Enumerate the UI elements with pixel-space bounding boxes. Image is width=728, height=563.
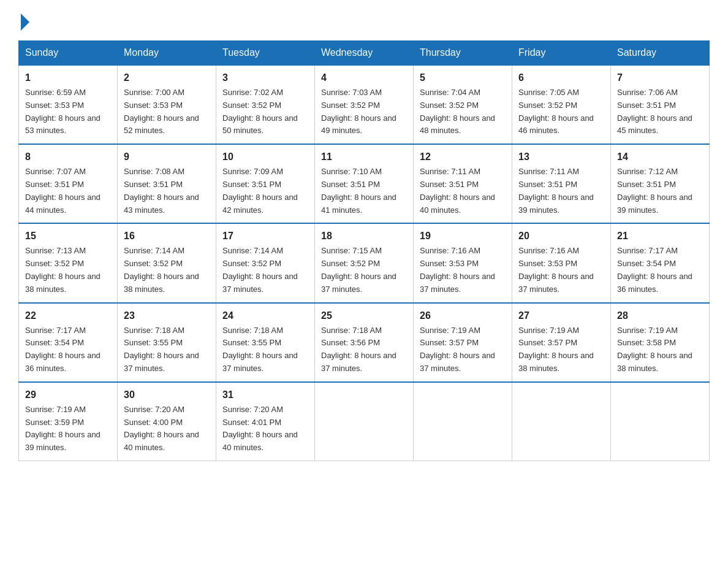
day-info: Sunrise: 7:00 AMSunset: 3:53 PMDaylight:… bbox=[124, 88, 199, 135]
day-number: 22 bbox=[25, 308, 111, 323]
calendar-cell: 1 Sunrise: 6:59 AMSunset: 3:53 PMDayligh… bbox=[19, 65, 118, 144]
calendar-cell: 20 Sunrise: 7:16 AMSunset: 3:53 PMDaylig… bbox=[512, 223, 611, 302]
logo-arrow-icon bbox=[21, 13, 29, 31]
day-info: Sunrise: 7:05 AMSunset: 3:52 PMDaylight:… bbox=[518, 88, 594, 135]
day-info: Sunrise: 7:18 AMSunset: 3:55 PMDaylight:… bbox=[124, 326, 199, 373]
day-info: Sunrise: 7:19 AMSunset: 3:59 PMDaylight:… bbox=[25, 405, 100, 452]
day-number: 17 bbox=[222, 229, 308, 243]
day-number: 7 bbox=[617, 71, 703, 85]
column-header-saturday: Saturday bbox=[611, 41, 710, 66]
day-number: 14 bbox=[617, 150, 703, 164]
day-info: Sunrise: 7:17 AMSunset: 3:54 PMDaylight:… bbox=[25, 326, 100, 373]
calendar-table: SundayMondayTuesdayWednesdayThursdayFrid… bbox=[18, 40, 710, 461]
calendar-cell: 5 Sunrise: 7:04 AMSunset: 3:52 PMDayligh… bbox=[414, 65, 512, 144]
calendar-cell: 4 Sunrise: 7:03 AMSunset: 3:52 PMDayligh… bbox=[315, 65, 414, 144]
day-info: Sunrise: 7:06 AMSunset: 3:51 PMDaylight:… bbox=[617, 88, 692, 135]
day-info: Sunrise: 7:03 AMSunset: 3:52 PMDaylight:… bbox=[321, 88, 396, 135]
day-number: 18 bbox=[321, 229, 407, 243]
calendar-cell: 29 Sunrise: 7:19 AMSunset: 3:59 PMDaylig… bbox=[19, 382, 118, 461]
calendar-cell: 24 Sunrise: 7:18 AMSunset: 3:55 PMDaylig… bbox=[216, 303, 315, 382]
calendar-cell: 19 Sunrise: 7:16 AMSunset: 3:53 PMDaylig… bbox=[414, 223, 512, 302]
calendar-cell: 10 Sunrise: 7:09 AMSunset: 3:51 PMDaylig… bbox=[216, 144, 315, 223]
calendar-cell: 22 Sunrise: 7:17 AMSunset: 3:54 PMDaylig… bbox=[19, 303, 118, 382]
page-header bbox=[18, 12, 710, 31]
calendar-cell: 21 Sunrise: 7:17 AMSunset: 3:54 PMDaylig… bbox=[611, 223, 710, 302]
day-number: 3 bbox=[222, 71, 308, 85]
calendar-header-row: SundayMondayTuesdayWednesdayThursdayFrid… bbox=[19, 41, 710, 66]
calendar-cell: 14 Sunrise: 7:12 AMSunset: 3:51 PMDaylig… bbox=[611, 144, 710, 223]
day-number: 21 bbox=[617, 229, 703, 243]
day-number: 12 bbox=[420, 150, 506, 164]
logo bbox=[18, 12, 32, 31]
day-number: 31 bbox=[222, 388, 308, 402]
day-number: 23 bbox=[124, 308, 210, 323]
day-info: Sunrise: 7:19 AMSunset: 3:57 PMDaylight:… bbox=[420, 326, 495, 373]
day-info: Sunrise: 7:14 AMSunset: 3:52 PMDaylight:… bbox=[222, 246, 298, 293]
day-number: 28 bbox=[617, 308, 703, 323]
day-number: 25 bbox=[321, 308, 407, 323]
calendar-cell: 18 Sunrise: 7:15 AMSunset: 3:52 PMDaylig… bbox=[315, 223, 414, 302]
day-number: 13 bbox=[518, 150, 604, 164]
day-info: Sunrise: 7:07 AMSunset: 3:51 PMDaylight:… bbox=[25, 167, 100, 214]
day-info: Sunrise: 7:11 AMSunset: 3:51 PMDaylight:… bbox=[518, 167, 594, 214]
week-row-3: 15 Sunrise: 7:13 AMSunset: 3:52 PMDaylig… bbox=[19, 223, 710, 302]
calendar-cell: 7 Sunrise: 7:06 AMSunset: 3:51 PMDayligh… bbox=[611, 65, 710, 144]
column-header-tuesday: Tuesday bbox=[216, 41, 315, 66]
day-number: 20 bbox=[518, 229, 604, 243]
day-info: Sunrise: 7:20 AMSunset: 4:01 PMDaylight:… bbox=[222, 405, 298, 452]
day-number: 10 bbox=[222, 150, 308, 164]
calendar-cell: 3 Sunrise: 7:02 AMSunset: 3:52 PMDayligh… bbox=[216, 65, 315, 144]
calendar-cell: 26 Sunrise: 7:19 AMSunset: 3:57 PMDaylig… bbox=[414, 303, 512, 382]
day-number: 5 bbox=[420, 71, 506, 85]
day-info: Sunrise: 7:17 AMSunset: 3:54 PMDaylight:… bbox=[617, 246, 692, 293]
day-info: Sunrise: 7:12 AMSunset: 3:51 PMDaylight:… bbox=[617, 167, 692, 214]
day-number: 6 bbox=[518, 71, 604, 85]
day-number: 2 bbox=[124, 71, 210, 85]
day-info: Sunrise: 7:10 AMSunset: 3:51 PMDaylight:… bbox=[321, 167, 396, 214]
calendar-cell: 8 Sunrise: 7:07 AMSunset: 3:51 PMDayligh… bbox=[19, 144, 118, 223]
day-info: Sunrise: 7:11 AMSunset: 3:51 PMDaylight:… bbox=[420, 167, 495, 214]
day-info: Sunrise: 7:08 AMSunset: 3:51 PMDaylight:… bbox=[124, 167, 199, 214]
day-info: Sunrise: 7:13 AMSunset: 3:52 PMDaylight:… bbox=[25, 246, 100, 293]
day-info: Sunrise: 7:18 AMSunset: 3:56 PMDaylight:… bbox=[321, 326, 396, 373]
day-info: Sunrise: 7:14 AMSunset: 3:52 PMDaylight:… bbox=[124, 246, 199, 293]
day-number: 15 bbox=[25, 229, 111, 243]
day-info: Sunrise: 7:19 AMSunset: 3:57 PMDaylight:… bbox=[518, 326, 594, 373]
column-header-sunday: Sunday bbox=[19, 41, 118, 66]
day-number: 30 bbox=[124, 388, 210, 402]
day-info: Sunrise: 7:20 AMSunset: 4:00 PMDaylight:… bbox=[124, 405, 199, 452]
day-number: 8 bbox=[25, 150, 111, 164]
day-number: 26 bbox=[420, 308, 506, 323]
day-number: 4 bbox=[321, 71, 407, 85]
calendar-cell: 17 Sunrise: 7:14 AMSunset: 3:52 PMDaylig… bbox=[216, 223, 315, 302]
calendar-cell: 31 Sunrise: 7:20 AMSunset: 4:01 PMDaylig… bbox=[216, 382, 315, 461]
calendar-cell bbox=[512, 382, 611, 461]
calendar-cell: 23 Sunrise: 7:18 AMSunset: 3:55 PMDaylig… bbox=[118, 303, 216, 382]
column-header-wednesday: Wednesday bbox=[315, 41, 414, 66]
calendar-cell: 25 Sunrise: 7:18 AMSunset: 3:56 PMDaylig… bbox=[315, 303, 414, 382]
day-info: Sunrise: 7:19 AMSunset: 3:58 PMDaylight:… bbox=[617, 326, 692, 373]
day-info: Sunrise: 7:02 AMSunset: 3:52 PMDaylight:… bbox=[222, 88, 298, 135]
calendar-cell: 13 Sunrise: 7:11 AMSunset: 3:51 PMDaylig… bbox=[512, 144, 611, 223]
calendar-cell: 11 Sunrise: 7:10 AMSunset: 3:51 PMDaylig… bbox=[315, 144, 414, 223]
calendar-cell bbox=[414, 382, 512, 461]
week-row-1: 1 Sunrise: 6:59 AMSunset: 3:53 PMDayligh… bbox=[19, 65, 710, 144]
calendar-cell bbox=[611, 382, 710, 461]
day-info: Sunrise: 6:59 AMSunset: 3:53 PMDaylight:… bbox=[25, 88, 100, 135]
day-info: Sunrise: 7:04 AMSunset: 3:52 PMDaylight:… bbox=[420, 88, 495, 135]
column-header-thursday: Thursday bbox=[414, 41, 512, 66]
calendar-cell: 27 Sunrise: 7:19 AMSunset: 3:57 PMDaylig… bbox=[512, 303, 611, 382]
day-number: 29 bbox=[25, 388, 111, 402]
calendar-cell: 9 Sunrise: 7:08 AMSunset: 3:51 PMDayligh… bbox=[118, 144, 216, 223]
day-info: Sunrise: 7:16 AMSunset: 3:53 PMDaylight:… bbox=[420, 246, 495, 293]
calendar-cell: 2 Sunrise: 7:00 AMSunset: 3:53 PMDayligh… bbox=[118, 65, 216, 144]
day-number: 24 bbox=[222, 308, 308, 323]
week-row-5: 29 Sunrise: 7:19 AMSunset: 3:59 PMDaylig… bbox=[19, 382, 710, 461]
calendar-cell: 28 Sunrise: 7:19 AMSunset: 3:58 PMDaylig… bbox=[611, 303, 710, 382]
day-number: 19 bbox=[420, 229, 506, 243]
week-row-2: 8 Sunrise: 7:07 AMSunset: 3:51 PMDayligh… bbox=[19, 144, 710, 223]
calendar-cell: 30 Sunrise: 7:20 AMSunset: 4:00 PMDaylig… bbox=[118, 382, 216, 461]
day-number: 11 bbox=[321, 150, 407, 164]
calendar-cell: 15 Sunrise: 7:13 AMSunset: 3:52 PMDaylig… bbox=[19, 223, 118, 302]
day-info: Sunrise: 7:18 AMSunset: 3:55 PMDaylight:… bbox=[222, 326, 298, 373]
